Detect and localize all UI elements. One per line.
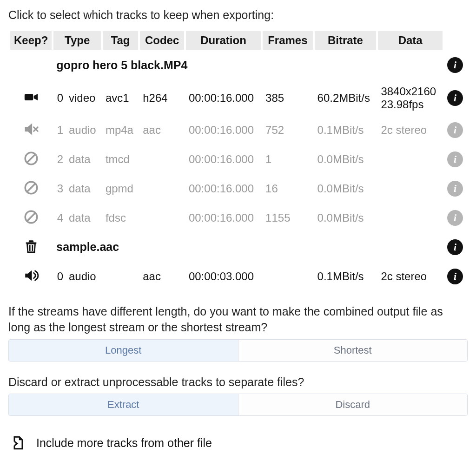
track-type: data	[66, 145, 101, 174]
track-codec	[140, 145, 184, 174]
track-type: data	[66, 174, 101, 203]
track-duration: 00:00:16.000	[186, 174, 261, 203]
file-row: sample.aaci	[10, 232, 466, 262]
track-type: audio	[66, 262, 101, 291]
blank-icon	[22, 54, 40, 73]
include-more-row[interactable]: Include more tracks from other file	[8, 434, 468, 452]
track-duration: 00:00:03.000	[186, 262, 261, 291]
track-frames: 1	[263, 145, 312, 174]
audio-mute-icon[interactable]	[22, 120, 40, 138]
shortest-button[interactable]: Shortest	[238, 340, 468, 361]
video-on-icon[interactable]	[22, 88, 40, 106]
discard-question: Discard or extract unprocessable tracks …	[8, 375, 468, 390]
info-icon[interactable]: i	[447, 181, 463, 197]
info-icon[interactable]: i	[447, 122, 463, 138]
track-row: 2datatmcd00:00:16.00010.0MBit/si	[10, 145, 466, 174]
track-tag: mp4a	[103, 115, 138, 145]
col-bitrate: Bitrate	[315, 31, 377, 50]
col-info-spacer	[444, 31, 466, 50]
col-type: Type	[53, 31, 101, 50]
include-more-label: Include more tracks from other file	[36, 436, 212, 450]
track-duration: 00:00:16.000	[186, 80, 261, 115]
track-duration: 00:00:16.000	[186, 145, 261, 174]
audio-on-icon[interactable]	[22, 266, 40, 285]
file-name: gopro hero 5 black.MP4	[53, 50, 443, 80]
track-row: 0audioaac00:00:03.0000.1MBit/s2c stereoi	[10, 262, 466, 291]
file-import-icon	[8, 434, 27, 452]
track-index: 3	[53, 174, 64, 203]
track-data: 2c stereo	[378, 115, 443, 145]
svg-line-2	[27, 155, 35, 163]
table-header-row: Keep? Type Tag Codec Duration Frames Bit…	[10, 31, 466, 50]
track-codec: aac	[140, 115, 184, 145]
track-frames: 1155	[263, 203, 312, 232]
length-segmented: Longest Shortest	[8, 339, 468, 362]
track-data	[378, 203, 443, 232]
track-row: 0videoavc1h26400:00:16.00038560.2MBit/s3…	[10, 80, 466, 115]
track-data	[378, 145, 443, 174]
track-codec	[140, 203, 184, 232]
track-frames	[263, 262, 312, 291]
ban-icon[interactable]	[22, 208, 40, 226]
discard-segmented: Extract Discard	[8, 394, 468, 416]
track-index: 2	[53, 145, 64, 174]
track-frames: 385	[263, 80, 312, 115]
ban-icon[interactable]	[22, 149, 40, 168]
col-duration: Duration	[186, 31, 261, 50]
track-data	[378, 174, 443, 203]
track-data: 2c stereo	[378, 262, 443, 291]
dialog-heading: Click to select which tracks to keep whe…	[8, 8, 468, 22]
track-codec: aac	[140, 262, 184, 291]
trash-icon[interactable]	[22, 237, 40, 256]
svg-line-6	[27, 213, 35, 221]
extract-button[interactable]: Extract	[9, 394, 238, 415]
track-row: 1audiomp4aaac00:00:16.0007520.1MBit/s2c …	[10, 115, 466, 145]
info-icon[interactable]: i	[447, 239, 463, 255]
track-codec: h264	[140, 80, 184, 115]
length-question: If the streams have different length, do…	[8, 304, 468, 336]
track-row: 3datagpmd00:00:16.000160.0MBit/si	[10, 174, 466, 203]
ban-icon[interactable]	[22, 178, 40, 197]
tracks-table: Keep? Type Tag Codec Duration Frames Bit…	[8, 31, 468, 291]
col-data: Data	[378, 31, 443, 50]
track-index: 1	[53, 115, 64, 145]
discard-button[interactable]: Discard	[238, 394, 468, 415]
track-type: data	[66, 203, 101, 232]
track-bitrate: 0.1MBit/s	[315, 262, 377, 291]
col-frames: Frames	[263, 31, 312, 50]
track-bitrate: 60.2MBit/s	[315, 80, 377, 115]
track-tag: gpmd	[103, 174, 138, 203]
track-codec	[140, 174, 184, 203]
track-row: 4datafdsc00:00:16.00011550.0MBit/si	[10, 203, 466, 232]
track-type: audio	[66, 115, 101, 145]
svg-line-4	[27, 184, 35, 192]
track-frames: 16	[263, 174, 312, 203]
info-icon[interactable]: i	[447, 269, 463, 284]
info-icon[interactable]: i	[447, 57, 463, 73]
track-index: 4	[53, 203, 64, 232]
track-bitrate: 0.0MBit/s	[315, 203, 377, 232]
track-duration: 00:00:16.000	[186, 115, 261, 145]
track-index: 0	[53, 80, 64, 115]
track-tag	[103, 262, 138, 291]
info-icon[interactable]: i	[447, 90, 463, 106]
file-name: sample.aac	[53, 232, 443, 262]
svg-rect-0	[25, 94, 33, 100]
col-keep: Keep?	[10, 31, 52, 50]
info-icon[interactable]: i	[447, 151, 463, 167]
col-codec: Codec	[140, 31, 184, 50]
track-duration: 00:00:16.000	[186, 203, 261, 232]
track-tag: avc1	[103, 80, 138, 115]
track-tag: tmcd	[103, 145, 138, 174]
track-bitrate: 0.0MBit/s	[315, 174, 377, 203]
info-icon[interactable]: i	[447, 210, 463, 226]
track-bitrate: 0.1MBit/s	[315, 115, 377, 145]
col-tag: Tag	[103, 31, 138, 50]
longest-button[interactable]: Longest	[9, 340, 238, 361]
track-index: 0	[53, 262, 64, 291]
track-type: video	[66, 80, 101, 115]
track-frames: 752	[263, 115, 312, 145]
track-tag: fdsc	[103, 203, 138, 232]
track-data: 3840x216023.98fps	[378, 80, 443, 115]
track-bitrate: 0.0MBit/s	[315, 145, 377, 174]
